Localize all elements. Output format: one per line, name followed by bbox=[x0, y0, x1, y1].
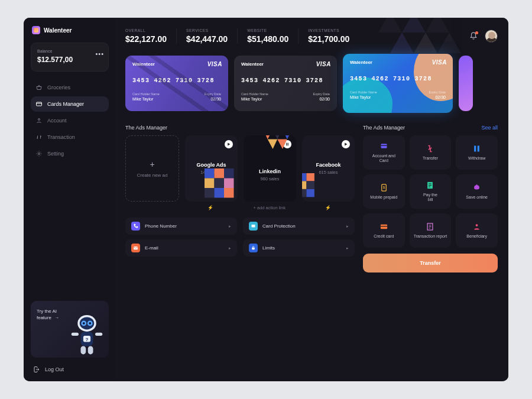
section-title-ads: The Ads Manager bbox=[125, 125, 355, 131]
balance-card[interactable]: Balance $12.577,00 ••• bbox=[31, 43, 109, 72]
svg-marker-38 bbox=[277, 140, 287, 150]
kpi-website: WEBSITE $51,480.00 bbox=[247, 28, 299, 44]
payment-card-0[interactable]: Walenteer VISA 3453 4262 7310 3728 Card … bbox=[125, 56, 228, 111]
payment-card-1[interactable]: Walenteer VISA 3453 4262 7310 3728 Card … bbox=[234, 56, 337, 111]
svg-marker-37 bbox=[268, 140, 278, 150]
kpi-value: $42,447.00 bbox=[186, 34, 228, 44]
notifications-button[interactable] bbox=[469, 32, 478, 40]
sidebar-nav: Groceries Cards Manager Account Transact… bbox=[31, 80, 109, 161]
kpi-label: WEBSITE bbox=[247, 28, 288, 33]
transfer-button[interactable]: Transfer bbox=[363, 254, 498, 273]
input-limits[interactable]: Limits▸ bbox=[243, 239, 355, 257]
bolt-icon: ⚡ bbox=[302, 205, 355, 210]
input-phone[interactable]: Phone Number▸ bbox=[125, 218, 237, 235]
card-icon bbox=[35, 100, 43, 108]
sidebar-item-transaction[interactable]: Transaction bbox=[31, 129, 109, 145]
input-label: Phone Number bbox=[145, 223, 177, 229]
svg-rect-47 bbox=[252, 225, 255, 228]
svg-rect-30 bbox=[215, 188, 225, 198]
main-area: OVERALL $22,127.00 SERVICES $42,447.00 W… bbox=[115, 18, 508, 381]
user-icon bbox=[35, 117, 43, 124]
lock-icon bbox=[249, 244, 258, 252]
ad-card-linkedin[interactable]: Linkedin 980 sales bbox=[244, 135, 296, 202]
ad-title: Google Ads bbox=[196, 162, 226, 168]
bolt-icon: ⚡ bbox=[184, 205, 238, 210]
notification-dot-icon bbox=[475, 31, 478, 34]
services-panel: Account andCardTransferWithdraw$Mobile p… bbox=[363, 135, 498, 273]
create-ad-label: Create new ad bbox=[137, 173, 167, 178]
svg-text:?: ? bbox=[86, 337, 89, 342]
kpi-overall: OVERALL $22,127.00 bbox=[125, 28, 177, 44]
chevron-right-icon: ▸ bbox=[229, 246, 231, 251]
service-icon bbox=[379, 222, 388, 231]
avatar[interactable] bbox=[485, 30, 498, 43]
input-label: Card Protection bbox=[262, 223, 296, 229]
svg-point-7 bbox=[83, 322, 85, 325]
service-label: Transaction report bbox=[414, 234, 447, 239]
ai-promo[interactable]: Try the AI feature→ ? bbox=[31, 301, 109, 358]
service-tile[interactable]: Account andCard bbox=[363, 135, 405, 170]
svg-rect-24 bbox=[215, 168, 225, 179]
swap-icon bbox=[35, 134, 43, 141]
service-tile[interactable]: Withdraw bbox=[456, 135, 498, 170]
services-grid: Account andCardTransferWithdraw$Mobile p… bbox=[363, 135, 498, 248]
sidebar-item-account[interactable]: Account bbox=[31, 113, 109, 128]
service-label: Credit card bbox=[374, 234, 394, 239]
svg-marker-19 bbox=[390, 33, 414, 53]
sidebar-item-setting[interactable]: Setting bbox=[31, 146, 109, 161]
service-tile[interactable]: $Mobile prepaid bbox=[363, 174, 405, 209]
payment-card-peek[interactable] bbox=[459, 56, 473, 111]
ads-footer-row: ⚡ + add action link ⚡ bbox=[125, 202, 355, 210]
input-email[interactable]: E-mail▸ bbox=[125, 239, 237, 257]
balance-value: $12.577,00 bbox=[37, 56, 102, 64]
service-icon bbox=[379, 142, 388, 151]
chevron-right-icon: ▸ bbox=[346, 246, 349, 251]
service-label: Withdraw bbox=[468, 156, 485, 161]
svg-rect-25 bbox=[224, 168, 234, 179]
card-number: 3453 4262 7310 3728 bbox=[241, 77, 330, 84]
service-tile[interactable]: Transfer bbox=[410, 135, 452, 170]
service-icon bbox=[426, 181, 434, 190]
sidebar-item-groceries[interactable]: Groceries bbox=[31, 80, 109, 95]
chevron-right-icon: ▸ bbox=[346, 224, 349, 229]
play-icon[interactable] bbox=[342, 140, 350, 148]
header-right bbox=[469, 30, 498, 43]
service-tile[interactable]: Credit card bbox=[363, 213, 405, 248]
create-ad-button[interactable]: + Create new ad bbox=[125, 135, 179, 202]
cards-carousel[interactable]: Walenteer VISA 3453 4262 7310 3728 Card … bbox=[125, 56, 498, 113]
svg-marker-20 bbox=[414, 33, 437, 53]
kpi-row: OVERALL $22,127.00 SERVICES $42,447.00 W… bbox=[125, 28, 368, 44]
svg-rect-42 bbox=[302, 181, 306, 189]
logout-button[interactable]: Log Out bbox=[31, 366, 109, 373]
balance-more-icon[interactable]: ••• bbox=[95, 50, 104, 57]
service-tile[interactable]: Save online bbox=[456, 174, 498, 209]
svg-rect-15 bbox=[88, 346, 93, 354]
ad-card-facebook[interactable]: Facebook 615 sales bbox=[302, 135, 355, 202]
sidebar-item-cards[interactable]: Cards Manager bbox=[31, 96, 109, 112]
svg-rect-12 bbox=[72, 333, 79, 336]
app-frame: Walenteer Balance $12.577,00 ••• Groceri… bbox=[24, 18, 508, 381]
svg-marker-36 bbox=[283, 135, 293, 140]
svg-marker-39 bbox=[345, 143, 347, 146]
input-label: E-mail bbox=[145, 245, 158, 251]
service-icon bbox=[472, 144, 481, 153]
service-label: Beneficiary bbox=[466, 234, 487, 239]
ad-subtitle: 980 sales bbox=[260, 176, 279, 181]
svg-rect-51 bbox=[474, 145, 476, 151]
ad-card-google[interactable]: Google Ads 1400 sales bbox=[185, 135, 238, 202]
play-icon[interactable] bbox=[225, 140, 233, 148]
svg-point-2 bbox=[38, 153, 40, 155]
add-action-link[interactable]: + add action link bbox=[243, 205, 296, 210]
payment-card-2[interactable]: Walenteer VISA 3453 4262 7310 3728 Card … bbox=[343, 54, 453, 113]
service-tile[interactable]: Transaction report bbox=[410, 213, 452, 248]
service-icon bbox=[472, 222, 481, 231]
input-card-protection[interactable]: Card Protection▸ bbox=[243, 218, 355, 235]
svg-rect-52 bbox=[478, 145, 479, 151]
chevron-right-icon: ▸ bbox=[229, 224, 231, 229]
see-all-link[interactable]: See all bbox=[481, 125, 498, 131]
svg-marker-21 bbox=[437, 33, 461, 53]
service-tile[interactable]: Pay thebill bbox=[410, 174, 452, 209]
sidebar: Walenteer Balance $12.577,00 ••• Groceri… bbox=[24, 18, 115, 381]
header-decoration-icon bbox=[378, 18, 473, 53]
service-tile[interactable]: Beneficiary bbox=[456, 213, 498, 248]
